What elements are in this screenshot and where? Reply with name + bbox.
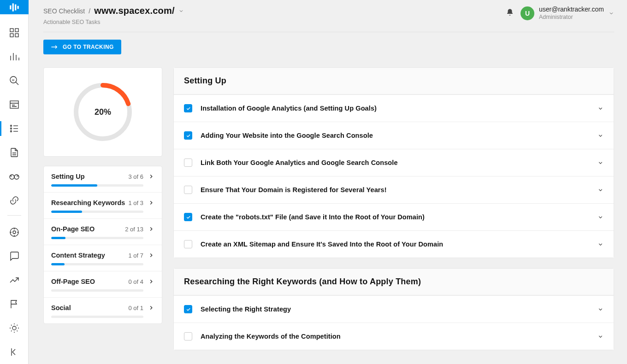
category-count: 0 of 1 — [128, 305, 143, 311]
task-title: Link Both Your Google Analytics and Goog… — [201, 159, 597, 166]
category-count: 1 of 7 — [128, 252, 143, 259]
task-row[interactable]: Adding Your Website into the Google Sear… — [174, 122, 614, 149]
task-section: Setting Up Installation of Google Analyt… — [173, 67, 614, 258]
chevron-right-icon — [148, 226, 154, 232]
svg-point-14 — [10, 175, 14, 179]
go-button-label: GO TO TRACKING — [63, 44, 114, 50]
task-title: Ensure That Your Domain is Registered fo… — [201, 186, 597, 194]
chevron-down-icon — [597, 187, 603, 193]
nav-trends[interactable] — [0, 268, 29, 292]
chevron-down-icon — [597, 133, 603, 139]
nav-backlink-monitor[interactable] — [0, 188, 29, 212]
brand-logo[interactable] — [0, 0, 29, 14]
task-section: Researching the Right Keywords (and How … — [173, 268, 614, 350]
category-name: On-Page SEO — [51, 225, 125, 233]
task-checkbox[interactable] — [184, 305, 192, 313]
task-checkbox[interactable] — [184, 332, 192, 341]
progress-card: 20% — [43, 67, 162, 157]
category-count: 3 of 6 — [128, 173, 143, 180]
progress-percent: 20% — [71, 80, 135, 144]
nav-seo-checklist[interactable] — [0, 117, 29, 141]
svg-rect-5 — [15, 29, 18, 32]
breadcrumb: SEO Checklist / www.spacex.com/ — [43, 6, 184, 16]
nav-support[interactable] — [0, 220, 29, 244]
task-row[interactable]: Create an XML Sitemap and Ensure It's Sa… — [174, 230, 614, 258]
svg-point-11 — [10, 125, 12, 127]
category-name: Social — [51, 304, 128, 311]
category-item[interactable]: Setting Up 3 of 6 — [44, 166, 162, 193]
nav-rank-tracker[interactable] — [0, 45, 29, 69]
chevron-down-icon — [597, 241, 603, 247]
task-row[interactable]: Link Both Your Google Analytics and Goog… — [174, 149, 614, 176]
chevron-down-icon — [597, 214, 603, 220]
chevron-right-icon — [148, 252, 154, 258]
nav-flag[interactable] — [0, 292, 29, 316]
category-item[interactable]: Researching Keywords 1 of 3 — [44, 193, 162, 219]
category-item[interactable]: Content Strategy 1 of 7 — [44, 245, 162, 271]
nav-keyword-finder[interactable]: w — [0, 69, 29, 93]
svg-rect-1 — [12, 3, 13, 11]
chevron-right-icon — [148, 173, 154, 180]
category-item[interactable]: Social 0 of 1 — [44, 298, 162, 323]
task-row[interactable]: Ensure That Your Domain is Registered fo… — [174, 176, 614, 203]
task-title: Adding Your Website into the Google Sear… — [201, 132, 597, 139]
svg-rect-3 — [17, 6, 18, 9]
task-row[interactable]: Installation of Google Analytics (and Se… — [174, 94, 614, 122]
nav-dashboard[interactable] — [0, 21, 29, 45]
chevron-down-icon — [609, 11, 614, 16]
task-checkbox[interactable] — [184, 104, 192, 112]
svg-rect-6 — [10, 34, 13, 37]
chevron-down-icon — [597, 106, 603, 112]
progress-donut: 20% — [71, 80, 135, 144]
breadcrumb-site[interactable]: www.spacex.com/ — [94, 6, 175, 16]
task-checkbox[interactable] — [184, 240, 192, 248]
task-checkbox[interactable] — [184, 213, 192, 221]
svg-point-17 — [13, 231, 16, 234]
category-count: 1 of 3 — [128, 200, 143, 206]
go-to-tracking-button[interactable]: GO TO TRACKING — [43, 40, 121, 54]
page-subtitle: Actionable SEO Tasks — [43, 19, 184, 25]
task-row[interactable]: Analyzing the Keywords of the Competitio… — [174, 323, 614, 350]
task-checkbox[interactable] — [184, 186, 192, 194]
category-item[interactable]: On-Page SEO 2 of 13 — [44, 219, 162, 245]
svg-text:w: w — [12, 78, 15, 82]
svg-point-18 — [12, 326, 16, 330]
category-count: 0 of 4 — [128, 278, 143, 285]
svg-point-13 — [10, 131, 12, 132]
svg-rect-7 — [15, 34, 18, 37]
page-header: SEO Checklist / www.spacex.com/ Actionab… — [43, 6, 614, 32]
nav-backlink-checker[interactable] — [0, 164, 29, 188]
task-row[interactable]: Selecting the Right Strategy — [174, 295, 614, 323]
task-title: Selecting the Right Strategy — [201, 305, 597, 313]
chevron-right-icon — [148, 305, 154, 311]
task-title: Installation of Google Analytics (and Se… — [201, 105, 597, 112]
category-name: Off-Page SEO — [51, 278, 128, 285]
category-item[interactable]: Off-Page SEO 0 of 4 — [44, 271, 162, 298]
avatar: U — [521, 6, 534, 20]
notifications-icon[interactable] — [506, 8, 514, 18]
nav-feedback[interactable] — [0, 244, 29, 268]
svg-rect-4 — [10, 29, 13, 32]
user-email: user@ranktracker.com — [539, 6, 604, 14]
user-menu[interactable]: U user@ranktracker.com Administrator — [521, 6, 614, 21]
breadcrumb-sep: / — [89, 7, 90, 15]
nav-web-audit[interactable] — [0, 141, 29, 164]
svg-rect-10 — [10, 101, 18, 108]
task-checkbox[interactable] — [184, 131, 192, 140]
nav-collapse[interactable] — [0, 340, 29, 364]
task-checkbox[interactable] — [184, 159, 192, 167]
chevron-down-icon[interactable] — [178, 8, 184, 14]
task-title: Create the "robots.txt" File (and Save i… — [201, 213, 597, 221]
task-sections: Setting Up Installation of Google Analyt… — [173, 67, 614, 350]
nav-theme[interactable] — [0, 316, 29, 340]
category-name: Content Strategy — [51, 252, 128, 259]
arrow-right-icon — [51, 44, 58, 50]
category-name: Setting Up — [51, 173, 128, 180]
svg-rect-0 — [10, 5, 11, 9]
nav-serp-checker[interactable] — [0, 93, 29, 117]
category-name: Researching Keywords — [51, 199, 128, 206]
task-row[interactable]: Create the "robots.txt" File (and Save i… — [174, 203, 614, 230]
svg-rect-2 — [15, 4, 16, 10]
chevron-down-icon — [597, 334, 603, 340]
chevron-down-icon — [597, 306, 603, 312]
